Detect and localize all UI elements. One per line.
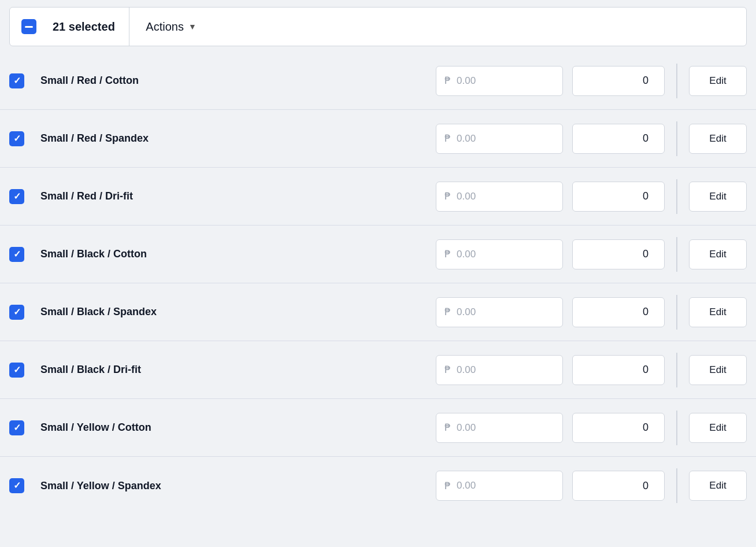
col-divider-1 bbox=[676, 121, 677, 156]
row-checkbox-2[interactable] bbox=[9, 189, 24, 204]
qty-input-7[interactable] bbox=[573, 480, 665, 492]
price-input-3[interactable] bbox=[457, 249, 554, 260]
variant-label-4: Small / Black / Spandex bbox=[40, 306, 237, 318]
currency-symbol-7: ₱ bbox=[444, 480, 451, 492]
row-checkbox-3[interactable] bbox=[9, 247, 24, 262]
qty-spinner-3[interactable]: ▲ ▼ bbox=[572, 239, 665, 269]
qty-spinner-1[interactable]: ▲ ▼ bbox=[572, 124, 665, 154]
price-field-0[interactable]: ₱ bbox=[436, 66, 563, 96]
currency-symbol-0: ₱ bbox=[444, 75, 451, 87]
select-all-checkbox[interactable] bbox=[21, 19, 36, 34]
table-row: Small / Red / Dri-fit ₱ ▲ ▼ Edit bbox=[0, 168, 756, 226]
price-input-5[interactable] bbox=[457, 364, 554, 376]
qty-input-6[interactable] bbox=[573, 422, 665, 434]
price-input-1[interactable] bbox=[457, 133, 554, 145]
table-row: Small / Black / Cotton ₱ ▲ ▼ Edit bbox=[0, 226, 756, 283]
edit-button-6[interactable]: Edit bbox=[689, 413, 747, 443]
table-row: Small / Yellow / Spandex ₱ ▲ ▼ Edit bbox=[0, 457, 756, 515]
variant-label-2: Small / Red / Dri-fit bbox=[40, 190, 237, 202]
row-checkbox-5[interactable] bbox=[9, 363, 24, 378]
col-divider-0 bbox=[676, 64, 677, 98]
price-input-6[interactable] bbox=[457, 422, 554, 434]
col-divider-2 bbox=[676, 179, 677, 214]
edit-button-5[interactable]: Edit bbox=[689, 355, 747, 385]
qty-spinner-6[interactable]: ▲ ▼ bbox=[572, 413, 665, 443]
selected-count: 21 selected bbox=[48, 20, 129, 34]
variant-label-3: Small / Black / Cotton bbox=[40, 248, 237, 260]
row-checkbox-6[interactable] bbox=[9, 420, 24, 435]
variant-label-0: Small / Red / Cotton bbox=[40, 75, 237, 87]
row-checkbox-4[interactable] bbox=[9, 305, 24, 320]
price-field-6[interactable]: ₱ bbox=[436, 413, 563, 443]
table-row: Small / Red / Spandex ₱ ▲ ▼ Edit bbox=[0, 110, 756, 168]
row-checkbox-1[interactable] bbox=[9, 131, 24, 146]
qty-spinner-5[interactable]: ▲ ▼ bbox=[572, 355, 665, 385]
price-input-4[interactable] bbox=[457, 306, 554, 318]
chevron-down-icon: ▼ bbox=[188, 22, 197, 31]
price-field-2[interactable]: ₱ bbox=[436, 182, 563, 212]
variant-label-6: Small / Yellow / Cotton bbox=[40, 422, 237, 434]
qty-input-4[interactable] bbox=[573, 306, 665, 318]
price-input-7[interactable] bbox=[457, 480, 554, 491]
table-row: Small / Black / Spandex ₱ ▲ ▼ Edit bbox=[0, 283, 756, 341]
row-checkbox-0[interactable] bbox=[9, 73, 24, 88]
currency-symbol-6: ₱ bbox=[444, 422, 451, 434]
price-field-5[interactable]: ₱ bbox=[436, 355, 563, 385]
actions-button[interactable]: Actions ▼ bbox=[129, 8, 212, 46]
currency-symbol-2: ₱ bbox=[444, 190, 451, 202]
edit-button-0[interactable]: Edit bbox=[689, 66, 747, 96]
currency-symbol-3: ₱ bbox=[444, 248, 451, 260]
qty-spinner-7[interactable]: ▲ ▼ bbox=[572, 471, 665, 501]
variants-table: Small / Red / Cotton ₱ ▲ ▼ Edit Small / … bbox=[0, 52, 756, 515]
edit-button-3[interactable]: Edit bbox=[689, 239, 747, 269]
edit-button-1[interactable]: Edit bbox=[689, 124, 747, 154]
price-input-0[interactable] bbox=[457, 75, 554, 87]
qty-input-1[interactable] bbox=[573, 132, 665, 145]
price-field-3[interactable]: ₱ bbox=[436, 239, 563, 269]
variant-label-7: Small / Yellow / Spandex bbox=[40, 480, 237, 492]
qty-input-5[interactable] bbox=[573, 364, 665, 376]
price-field-4[interactable]: ₱ bbox=[436, 297, 563, 327]
price-field-7[interactable]: ₱ bbox=[436, 471, 563, 501]
price-field-1[interactable]: ₱ bbox=[436, 124, 563, 154]
col-divider-3 bbox=[676, 237, 677, 272]
col-divider-7 bbox=[676, 468, 677, 503]
price-input-2[interactable] bbox=[457, 191, 554, 202]
row-checkbox-7[interactable] bbox=[9, 478, 24, 493]
actions-label: Actions bbox=[146, 20, 184, 34]
qty-input-3[interactable] bbox=[573, 248, 665, 260]
edit-button-4[interactable]: Edit bbox=[689, 297, 747, 327]
col-divider-5 bbox=[676, 353, 677, 387]
qty-input-0[interactable] bbox=[573, 75, 665, 87]
edit-button-2[interactable]: Edit bbox=[689, 182, 747, 212]
qty-spinner-0[interactable]: ▲ ▼ bbox=[572, 66, 665, 96]
col-divider-6 bbox=[676, 411, 677, 445]
table-row: Small / Red / Cotton ₱ ▲ ▼ Edit bbox=[0, 52, 756, 110]
table-row: Small / Black / Dri-fit ₱ ▲ ▼ Edit bbox=[0, 341, 756, 399]
qty-spinner-4[interactable]: ▲ ▼ bbox=[572, 297, 665, 327]
currency-symbol-1: ₱ bbox=[444, 132, 451, 145]
variant-label-5: Small / Black / Dri-fit bbox=[40, 364, 237, 376]
table-row: Small / Yellow / Cotton ₱ ▲ ▼ Edit bbox=[0, 399, 756, 457]
qty-input-2[interactable] bbox=[573, 190, 665, 202]
qty-spinner-2[interactable]: ▲ ▼ bbox=[572, 182, 665, 212]
col-divider-4 bbox=[676, 295, 677, 330]
variant-label-1: Small / Red / Spandex bbox=[40, 132, 237, 145]
currency-symbol-5: ₱ bbox=[444, 364, 451, 376]
currency-symbol-4: ₱ bbox=[444, 306, 451, 318]
edit-button-7[interactable]: Edit bbox=[689, 471, 747, 501]
selection-bar: 21 selected Actions ▼ bbox=[9, 7, 747, 46]
